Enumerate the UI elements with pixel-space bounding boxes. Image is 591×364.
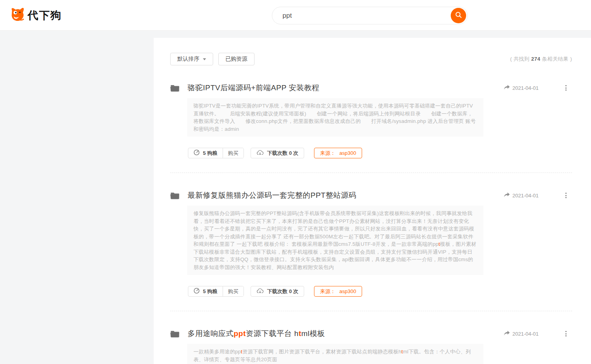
result-description: 骆驼IPTV是一套功能完善的IPTV系统，带用户管理和自定义直播源等强大功能，使…: [187, 98, 483, 137]
result-date-meta: 2021-04-01: [504, 331, 539, 337]
toolbar: 默认排序 已购资源 ( 共找到 274 条相关结果 ): [170, 53, 572, 65]
result-tags: 5 狗粮 购买 下载次数 0 次 来源： asp300: [188, 286, 572, 297]
result-item-header: 最新修复版熊猫办公源码一套完整的PPT整站源码 2021-04-01: [170, 190, 572, 201]
price-tag: 5 狗粮: [188, 288, 223, 295]
source-name: asp300: [339, 150, 356, 156]
folder-icon: [170, 330, 179, 338]
more-options-button[interactable]: [563, 329, 569, 338]
page-body: 默认排序 已购资源 ( 共找到 274 条相关结果 ) 骆驼IPTV后端源码+前…: [0, 38, 591, 364]
buy-button[interactable]: 购买: [223, 148, 243, 158]
share-arrow-icon: [504, 85, 510, 91]
sort-dropdown-button[interactable]: 默认排序: [170, 53, 213, 65]
result-count-number: 274: [531, 56, 540, 62]
folder-icon: [170, 84, 179, 92]
folder-icon: [170, 192, 179, 199]
result-description: 一款精美多用途的ppt资源下载官网，图片资源下载平台，素材资源下载站点前端静态模…: [187, 344, 483, 364]
chevron-down-icon: [203, 58, 206, 60]
site-name: 代下狗: [28, 8, 62, 22]
result-item-header: 骆驼IPTV后端源码+前端APP 安装教程 2021-04-01: [170, 83, 572, 93]
source-badge[interactable]: 来源： asp300: [314, 148, 362, 158]
header: 代下狗: [0, 0, 591, 31]
more-options-button[interactable]: [563, 191, 569, 200]
result-date: 2021-04-01: [513, 193, 539, 199]
source-name: asp300: [339, 288, 356, 294]
result-item: 多用途响应式ppt资源下载平台 html模板 2021-04-01 一款精美多用…: [170, 311, 572, 364]
price-buy-group: 5 狗粮 购买: [188, 148, 244, 158]
download-count-button[interactable]: 下载次数 0 次: [251, 148, 304, 158]
search-button[interactable]: [451, 8, 466, 23]
share-arrow-icon: [504, 192, 510, 199]
result-count: ( 共找到 274 条相关结果 ): [510, 56, 572, 63]
result-description: 修复版熊猫办公源码一套完整的PPT整站源码(含手机版带会员系统带数据可采集)这套…: [187, 206, 483, 275]
result-item: 最新修复版熊猫办公源码一套完整的PPT整站源码 2021-04-01 修复版熊猫…: [170, 173, 572, 311]
dog-logo-icon: [9, 7, 25, 24]
dog-food-icon: [193, 288, 200, 295]
share-arrow-icon: [504, 331, 510, 337]
results-panel: 默认排序 已购资源 ( 共找到 274 条相关结果 ) 骆驼IPTV后端源码+前…: [154, 38, 591, 364]
sort-label: 默认排序: [177, 56, 199, 63]
purchased-resources-button[interactable]: 已购资源: [218, 53, 255, 65]
more-options-button[interactable]: [563, 84, 569, 92]
result-tags: 5 狗粮 购买 下载次数 0 次 来源： asp300: [188, 148, 572, 158]
cloud-download-icon: [256, 150, 264, 157]
dog-food-icon: [193, 149, 200, 157]
result-title-link[interactable]: 最新修复版熊猫办公源码一套完整的PPT整站源码: [188, 190, 356, 201]
result-date-meta: 2021-04-01: [504, 192, 539, 199]
result-date-meta: 2021-04-01: [504, 85, 539, 91]
download-count-button[interactable]: 下载次数 0 次: [251, 286, 304, 297]
cloud-download-icon: [256, 288, 264, 295]
result-date: 2021-04-01: [513, 85, 539, 91]
site-logo[interactable]: 代下狗: [9, 7, 62, 24]
purchased-label: 已购资源: [225, 56, 247, 63]
result-item: 骆驼IPTV后端源码+前端APP 安装教程 2021-04-01 骆驼IPTV是…: [170, 65, 572, 173]
buy-button[interactable]: 购买: [223, 286, 243, 297]
result-item-header: 多用途响应式ppt资源下载平台 html模板 2021-04-01: [170, 329, 572, 339]
search-input[interactable]: [272, 7, 468, 24]
result-date: 2021-04-01: [513, 331, 539, 337]
price-buy-group: 5 狗粮 购买: [188, 286, 244, 297]
search-icon: [455, 11, 462, 20]
source-badge[interactable]: 来源： asp300: [314, 286, 362, 297]
result-title-link[interactable]: 骆驼IPTV后端源码+前端APP 安装教程: [188, 83, 320, 93]
price-tag: 5 狗粮: [188, 149, 223, 157]
result-title-link[interactable]: 多用途响应式ppt资源下载平台 html模板: [188, 329, 325, 339]
search-bar: [272, 7, 468, 24]
